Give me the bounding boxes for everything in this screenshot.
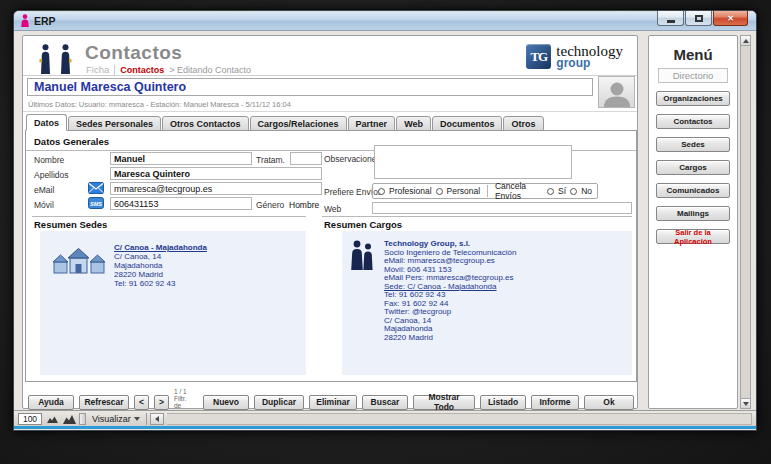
radio-no[interactable] [570,188,577,195]
sede-heading-link[interactable]: C/ Canoa - Majadahonda [114,243,207,252]
salir-aplicacion-button[interactable]: Salir de la Aplicación [656,229,730,244]
form-statusbar: 100 Visualizar [14,410,756,426]
minimize-button[interactable] [657,11,684,26]
nuevo-button[interactable]: Nuevo [203,395,249,410]
radio-personal-label: Personal [447,186,481,196]
maximize-icon [695,15,703,22]
sms-icon[interactable]: SMS [88,197,104,209]
menu-contactos-button[interactable]: Contactos [656,114,730,129]
ayuda-button[interactable]: Ayuda [28,395,74,410]
listado-button[interactable]: Listado [480,395,526,410]
web-label: Web [324,204,341,214]
contact-form-panel: Contactos Ficha Contactos > Editando Con… [22,35,638,409]
contact-photo[interactable] [598,76,635,108]
tab-documentos[interactable]: Documentos [432,116,503,131]
tab-datos[interactable]: Datos [26,114,67,131]
window-titlebar[interactable]: ERP ✕ [14,11,756,31]
nombre-input[interactable] [110,152,252,165]
sidebar-scrollbar[interactable] [740,35,751,409]
logo-word-group: group [556,58,623,69]
zoom-value-box[interactable]: 100 [18,413,42,425]
erp-window: ERP ✕ Contactos [13,10,757,431]
genero-label: Género [256,200,284,210]
maximize-button[interactable] [685,11,712,26]
next-record-button[interactable]: > [154,395,169,410]
tratam-input[interactable] [290,152,322,165]
sedes-houses-icon [52,245,108,279]
breadcrumb-module[interactable]: Contactos [120,65,164,75]
breadcrumb-divider [114,65,115,75]
tab-cargos-relaciones[interactable]: Cargos/Relaciones [250,116,347,131]
email-icon[interactable] [88,182,104,194]
apellidos-label: Apellidos [34,170,69,180]
photo-placeholder-icon [602,81,632,107]
tratam-label: Tratam. [256,155,285,165]
close-button[interactable]: ✕ [713,11,748,26]
resumen-cargos-panel: Technology Group, s.l. Socio Ingeniero d… [342,231,632,375]
divider [23,111,637,112]
eliminar-button[interactable]: Eliminar [309,395,357,410]
email-input[interactable] [110,182,322,195]
tab-otros-contactos[interactable]: Otros Contactos [162,116,249,131]
prev-record-button[interactable]: < [134,395,149,410]
mostrar-todo-button[interactable]: Mostrar Todo [413,395,475,410]
zoom-out-icon[interactable] [45,413,59,425]
email-label: eMail [34,185,54,195]
resumen-sedes-panel: C/ Canoa - Majadahonda C/ Canoa, 14 Maja… [40,231,306,375]
arrow-down-icon [743,402,749,406]
close-icon: ✕ [727,14,734,23]
section-datos-generales: Datos Generales [34,136,109,147]
menu-mailings-button[interactable]: Mailings [656,206,730,221]
desktop: { "window": { "title": "ERP", "controls"… [0,0,771,464]
buscar-button[interactable]: Buscar [362,395,408,410]
hscroll-left-button[interactable] [150,413,164,425]
hscroll-track[interactable] [167,413,752,425]
tab-partner[interactable]: Partner [348,116,396,131]
menu-section-directorio: Directorio [658,68,728,83]
web-input[interactable] [372,202,632,214]
page-indicator: 1 / 1 [174,388,193,395]
radio-si-label: Sí [558,186,566,196]
zoom-in-icon[interactable] [62,413,76,425]
genero-value[interactable]: Hombre [289,200,319,210]
menu-organizaciones-button[interactable]: Organizaciones [656,91,730,106]
movil-input[interactable] [110,197,252,210]
menu-sedes-button[interactable]: Sedes [656,137,730,152]
observaciones-label: Observaciones [324,154,381,164]
page-title: Contactos [85,42,182,64]
tab-sedes-personales[interactable]: Sedes Personales [68,116,161,131]
radio-profesional[interactable] [378,188,385,195]
erp-app-icon [20,14,30,27]
splitter-handle-icon[interactable] [79,413,86,425]
duplicar-button[interactable]: Duplicar [254,395,304,410]
menu-cargos-button[interactable]: Cargos [656,160,730,175]
contact-name-field[interactable]: Manuel Maresca Quintero [27,78,593,96]
company-logo: TG technology group [526,44,623,69]
tab-content-datos: Datos Generales Nombre Tratam. Apellidos… [25,130,637,382]
chevron-down-icon [134,417,140,421]
cargos-people-icon [349,240,375,270]
scroll-down-button[interactable] [741,398,750,408]
statusbar-divider [146,413,147,425]
menu-sidebar: Menú Directorio Organizaciones Contactos… [648,35,738,409]
envios-options-group: Profesional Personal Cancela Envíos Sí N… [372,183,598,199]
tab-otros[interactable]: Otros [503,116,543,131]
ok-button[interactable]: Ok [584,395,634,410]
scroll-up-button[interactable] [741,36,750,46]
menu-comunicados-button[interactable]: Comunicados [656,183,730,198]
minimize-icon [667,20,675,23]
sede-line: Tel: 91 602 92 43 [114,279,207,288]
refrescar-button[interactable]: Refrescar [79,395,129,410]
nombre-label: Nombre [34,155,64,165]
cargo-summary: Technology Group, s.l. Socio Ingeniero d… [384,240,516,342]
view-mode-dropdown[interactable]: Visualizar [89,414,143,424]
informe-button[interactable]: Informe [531,395,579,410]
sede-line: 28220 Madrid [114,270,207,279]
observaciones-textarea[interactable] [374,145,572,179]
group-divider [487,185,488,197]
section-resumen-sedes: Resumen Sedes [34,219,107,230]
tab-web[interactable]: Web [396,116,431,131]
apellidos-input[interactable] [110,167,322,180]
radio-personal[interactable] [436,188,443,195]
radio-si[interactable] [547,188,554,195]
